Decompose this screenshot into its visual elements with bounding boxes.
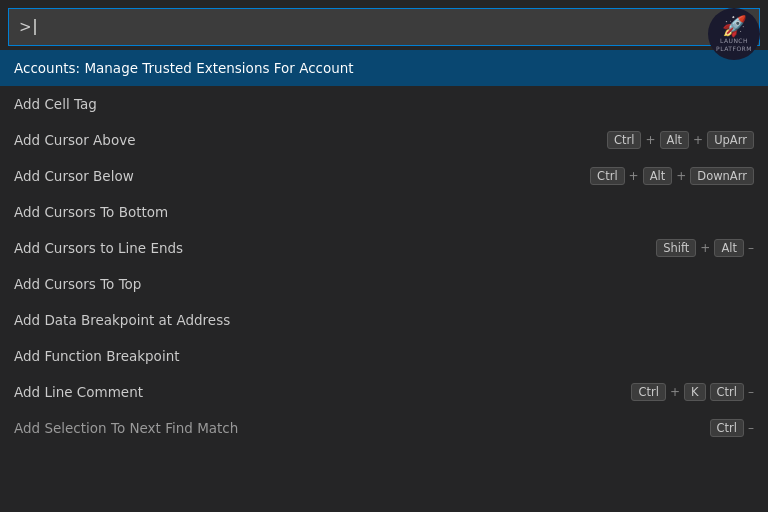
- key-separator: +: [629, 169, 639, 183]
- result-item[interactable]: Accounts: Manage Trusted Extensions For …: [0, 50, 768, 86]
- results-list: Accounts: Manage Trusted Extensions For …: [0, 50, 768, 512]
- result-item[interactable]: Add Cursors to Line EndsShift+Alt–: [0, 230, 768, 266]
- keybinding: Ctrl+Alt+DownArr: [590, 167, 754, 185]
- key-separator-dash: –: [748, 385, 754, 399]
- result-label: Add Cursors To Top: [14, 276, 754, 292]
- key-separator-dash: –: [748, 241, 754, 255]
- key-separator: +: [670, 385, 680, 399]
- result-item[interactable]: Add Data Breakpoint at Address: [0, 302, 768, 338]
- key-badge: Ctrl: [631, 383, 665, 401]
- search-prompt: >: [19, 18, 32, 36]
- key-separator: +: [693, 133, 703, 147]
- key-separator: +: [700, 241, 710, 255]
- result-label: Add Cursors to Line Ends: [14, 240, 640, 256]
- key-badge: Ctrl: [710, 419, 744, 437]
- result-label: Add Data Breakpoint at Address: [14, 312, 754, 328]
- logo-text: LAUNCHPLATFORM: [716, 37, 752, 51]
- result-label: Add Line Comment: [14, 384, 615, 400]
- result-item[interactable]: Add Cursor AboveCtrl+Alt+UpArr: [0, 122, 768, 158]
- result-label: Add Function Breakpoint: [14, 348, 754, 364]
- result-label: Add Cursors To Bottom: [14, 204, 754, 220]
- keybinding: Ctrl+Alt+UpArr: [607, 131, 754, 149]
- key-separator: +: [676, 169, 686, 183]
- result-item[interactable]: Add Cursors To Bottom: [0, 194, 768, 230]
- search-cursor: [34, 19, 36, 35]
- result-label: Accounts: Manage Trusted Extensions For …: [14, 60, 754, 76]
- key-badge: UpArr: [707, 131, 754, 149]
- key-badge: Alt: [660, 131, 690, 149]
- command-palette: 🚀 LAUNCHPLATFORM > Accounts: Manage Trus…: [0, 0, 768, 512]
- result-item[interactable]: Add Selection To Next Find MatchCtrl–: [0, 410, 768, 446]
- result-item[interactable]: Add Cell Tag: [0, 86, 768, 122]
- result-item[interactable]: Add Line CommentCtrl+KCtrl–: [0, 374, 768, 410]
- key-badge: DownArr: [690, 167, 754, 185]
- keybinding: Ctrl+KCtrl–: [631, 383, 754, 401]
- result-item[interactable]: Add Cursors To Top: [0, 266, 768, 302]
- key-badge: Alt: [643, 167, 673, 185]
- logo: 🚀 LAUNCHPLATFORM: [708, 8, 760, 60]
- search-bar[interactable]: >: [8, 8, 760, 46]
- result-label: Add Cursor Above: [14, 132, 591, 148]
- key-badge: Alt: [714, 239, 744, 257]
- result-item[interactable]: Add Function Breakpoint: [0, 338, 768, 374]
- result-label: Add Cell Tag: [14, 96, 754, 112]
- key-badge: Ctrl: [590, 167, 624, 185]
- keybinding: Shift+Alt–: [656, 239, 754, 257]
- keybinding: Ctrl–: [710, 419, 754, 437]
- logo-icon: 🚀: [722, 16, 747, 36]
- key-badge: Ctrl: [710, 383, 744, 401]
- result-label: Add Selection To Next Find Match: [14, 420, 694, 436]
- key-separator-dash: –: [748, 421, 754, 435]
- key-badge: K: [684, 383, 706, 401]
- key-badge: Ctrl: [607, 131, 641, 149]
- result-label: Add Cursor Below: [14, 168, 574, 184]
- key-badge: Shift: [656, 239, 696, 257]
- key-separator: +: [645, 133, 655, 147]
- result-item[interactable]: Add Cursor BelowCtrl+Alt+DownArr: [0, 158, 768, 194]
